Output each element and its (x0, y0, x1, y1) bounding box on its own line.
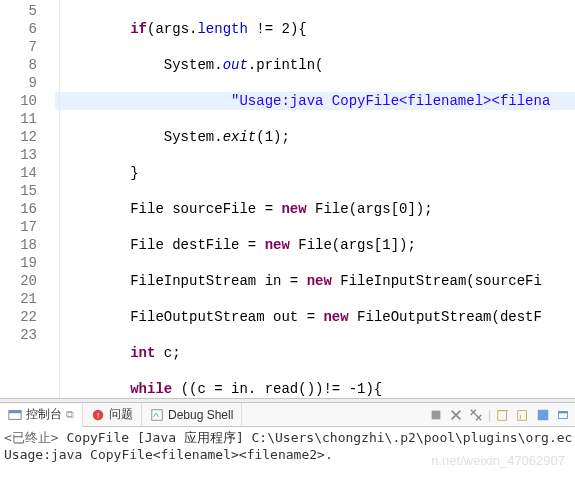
code-line: FileOutputStream out = new FileOutputStr… (55, 308, 575, 326)
line-number: 23 (0, 326, 37, 344)
svg-rect-6 (498, 410, 507, 420)
line-number: 22 (0, 308, 37, 326)
console-toolbar: | (428, 407, 575, 423)
clear-console-button[interactable] (495, 407, 511, 423)
line-number: 18 (0, 236, 37, 254)
code-line: File destFile = new File(args[1]); (55, 236, 575, 254)
watermark-text: n.net/weixin_47062907 (431, 453, 565, 468)
bottom-tab-bar: 控制台 ⧉ ! 问题 Debug Shell | (0, 403, 575, 427)
code-line: FileInputStream in = new FileInputStream… (55, 272, 575, 290)
tab-console[interactable]: 控制台 ⧉ (0, 404, 83, 427)
gutter-ruler (59, 0, 60, 398)
line-number: 13 (0, 146, 37, 164)
svg-rect-5 (432, 410, 441, 419)
line-number: 21 (0, 290, 37, 308)
line-number: 9 (0, 74, 37, 92)
code-line: int c; (55, 344, 575, 362)
remove-launch-button[interactable] (448, 407, 464, 423)
line-number: 10 (0, 92, 37, 110)
toolbar-separator: | (488, 408, 491, 422)
code-line-highlighted: "Usage:java CopyFile<filenamel><filena (55, 92, 575, 110)
line-number: 11 (0, 110, 37, 128)
code-line: while ((c = in. read())!= -1){ (55, 380, 575, 398)
code-editor[interactable]: 5 6 7 8 9 10 11 12 13 14 15 16 17 18 19 … (0, 0, 575, 398)
line-number: 6 (0, 20, 37, 38)
line-number: 16 (0, 200, 37, 218)
console-process-line: <已终止> CopyFile [Java 应用程序] C:\Users\chon… (4, 429, 571, 446)
tab-label: 控制台 (26, 406, 62, 423)
code-line: System.out.println( (55, 56, 575, 74)
line-number: 12 (0, 128, 37, 146)
svg-rect-8 (538, 409, 549, 420)
debug-shell-icon (150, 408, 164, 422)
terminate-button[interactable] (428, 407, 444, 423)
scroll-lock-button[interactable] (515, 407, 531, 423)
code-line: System.exit(1); (55, 128, 575, 146)
tab-label: Debug Shell (168, 408, 233, 422)
svg-rect-10 (559, 411, 568, 413)
line-number: 7 (0, 38, 37, 56)
code-line: } (55, 164, 575, 182)
code-line: if(args.length != 2){ (55, 20, 575, 38)
code-line: File sourceFile = new File(args[0]); (55, 200, 575, 218)
svg-rect-7 (518, 410, 527, 420)
line-number: 19 (0, 254, 37, 272)
tab-label: 问题 (109, 406, 133, 423)
display-console-button[interactable] (555, 407, 571, 423)
line-number: 14 (0, 164, 37, 182)
problems-icon: ! (91, 408, 105, 422)
line-number-gutter: 5 6 7 8 9 10 11 12 13 14 15 16 17 18 19 … (0, 0, 55, 398)
line-number: 20 (0, 272, 37, 290)
pin-icon[interactable]: ⧉ (66, 408, 74, 421)
tab-problems[interactable]: ! 问题 (83, 403, 142, 426)
svg-text:!: ! (97, 410, 99, 419)
line-number: 15 (0, 182, 37, 200)
console-icon (8, 408, 22, 422)
line-number: 5 (0, 2, 37, 20)
pin-console-button[interactable] (535, 407, 551, 423)
svg-rect-1 (9, 410, 21, 413)
remove-all-button[interactable] (468, 407, 484, 423)
line-number: 17 (0, 218, 37, 236)
line-number: 8 (0, 56, 37, 74)
tab-debug-shell[interactable]: Debug Shell (142, 403, 242, 426)
code-area[interactable]: if(args.length != 2){ System.out.println… (55, 0, 575, 398)
